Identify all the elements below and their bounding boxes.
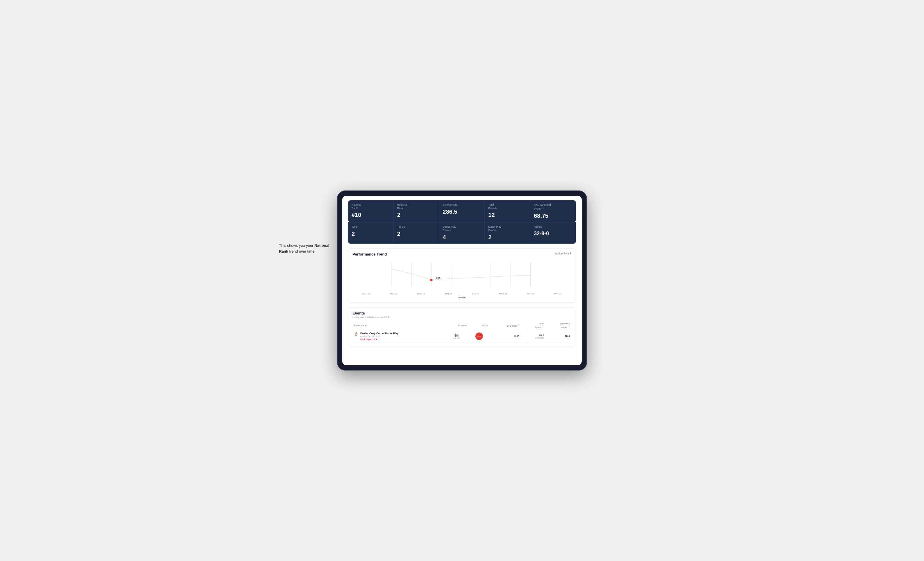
chart-container: • #10 [352,259,572,291]
x-label-feb24: FEB 24 [462,292,489,295]
x-label-oct23: OCT 23 [352,292,380,295]
annotation: This shows you your National Rank trend … [279,243,334,254]
stat-record: Record 32-8-0 [530,223,576,243]
stats-row-1: NationalRank #10 RegionalRank 2 Scoring … [348,200,576,222]
event-position: 6th out of 7 [446,330,468,343]
x-label-nov23: NOV 23 [380,292,407,295]
stat-scoring-avg: Scoring Avg. 286.5 [440,200,485,222]
events-last-updated: Last updated: 24th November 2023 [352,316,572,319]
performance-trend-section: Performance Trend National Rank [348,248,576,302]
col-weighted-points: WeightedPoints ⓘ [546,321,572,330]
events-table: Event Name Position Score Event SG ⓘ Tot… [352,321,572,343]
annotation-text: This shows you your National Rank trend … [279,243,334,254]
trend-title: Performance Trend [352,252,387,256]
stat-avg-weighted-points: Avg. WeightedPoints ⓘ 68.75 [530,200,576,222]
tablet-frame: NationalRank #10 RegionalRank 2 Scoring … [337,190,587,371]
tablet-screen: NationalRank #10 RegionalRank 2 Scoring … [342,196,582,365]
event-name: Buster Cozy Cup – Stroke Play [360,332,399,335]
x-label-dec23: DEC 23 [407,292,435,295]
trend-rank-label: National Rank [555,252,572,255]
stat-regional-rank: RegionalRank 2 [394,200,440,222]
content-area: NationalRank #10 RegionalRank 2 Scoring … [342,196,582,365]
svg-point-10 [430,279,433,281]
x-axis-labels: OCT 23 NOV 23 DEC 23 JAN 24 FEB 24 MAR 2… [352,291,572,296]
event-icon: 🏌️ [354,332,358,336]
col-event-sg: Event SG ⓘ [490,321,521,330]
score-badge: -22 [476,332,483,340]
events-section: Events Last updated: 24th November 2023 … [348,307,576,347]
stat-total-rounds: TotalRounds 12 [484,200,530,222]
event-name-cell: 🏌️ Buster Cozy Cup – Stroke Play Oct 9 –… [352,330,446,343]
event-weighted-points: 28.3 [546,330,572,343]
events-header: Events Last updated: 24th November 2023 [352,311,572,319]
events-title: Events [352,311,572,315]
col-position: Position [446,321,468,330]
stat-wins: Wins 2 [348,223,394,243]
svg-text:• #10: • #10 [434,277,440,280]
x-label-may24: MAY 24 [544,292,572,295]
col-event-name: Event Name [352,321,446,330]
stat-national-rank: NationalRank #10 [348,200,394,222]
x-label-jan24: JAN 24 [435,292,462,295]
stat-match-play-events: Match PlayEvents 2 [484,223,530,243]
event-date: Oct 9 – Oct 10, 2023 [360,335,399,338]
event-score: -22 [468,330,490,343]
trend-chart: • #10 [352,259,572,291]
table-row: 🏌️ Buster Cozy Cup – Stroke Play Oct 9 –… [352,330,572,343]
x-label-apr24: APR 24 [517,292,544,295]
rank-impact: Rank Impact: 3 ▼ [360,338,399,341]
trend-header: Performance Trend National Rank [352,252,572,257]
table-header-row: Event Name Position Score Event SG ⓘ Tot… [352,321,572,330]
col-score: Score [468,321,490,330]
stats-row-2: Wins 2 Top 3s 2 Stroke PlayEvents 4 Matc… [348,222,576,243]
months-label: Months [352,296,572,299]
event-sg: 0.45 [490,330,521,343]
event-total-points: 28.3 3 Rounds [521,330,546,343]
stat-stroke-play-events: Stroke PlayEvents 4 [440,223,485,243]
x-label-mar24: MAR 24 [489,292,517,295]
col-total-points: TotalPoints ⓘ [521,321,546,330]
stat-top3s: Top 3s 2 [394,223,440,243]
